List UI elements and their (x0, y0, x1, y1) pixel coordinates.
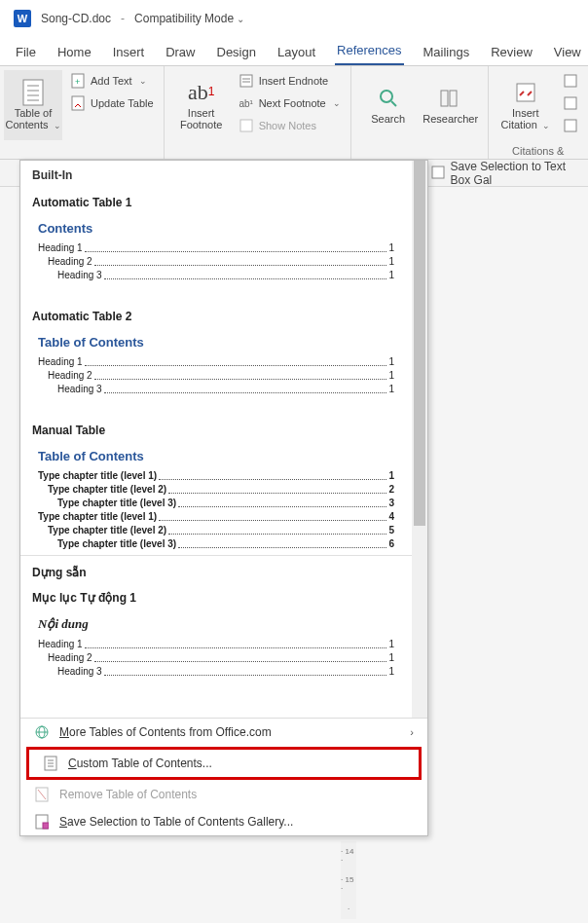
automatic-table-1-preview[interactable]: Contents Heading 11 Heading 21 Heading 3… (20, 217, 412, 300)
svg-rect-11 (240, 120, 252, 131)
next-footnote-icon: ab¹ (239, 95, 254, 111)
remove-icon (34, 787, 50, 802)
svg-line-13 (391, 101, 396, 106)
citation-icon (513, 80, 538, 105)
tab-review[interactable]: Review (489, 39, 534, 65)
style-icon (563, 95, 578, 111)
svg-rect-7 (72, 96, 84, 110)
mucluc-header[interactable]: Mục lục Tự động 1 (20, 587, 412, 612)
vertical-ruler: · 14 · · 15 · · (341, 841, 356, 919)
researcher-icon (438, 86, 463, 111)
custom-toc-item[interactable]: Custom Table of Contents... (29, 750, 419, 777)
compatibility-mode-label[interactable]: Compatibility Mode ⌄ (134, 12, 244, 25)
tab-mailings[interactable]: Mailings (422, 39, 472, 65)
search-icon (376, 86, 401, 111)
save-selection-gallery-item[interactable]: Save Selection to Table of Contents Gall… (20, 808, 427, 835)
document-filename: Song-CD.doc (41, 12, 111, 25)
tab-draw[interactable]: Draw (164, 39, 197, 65)
svg-rect-8 (240, 75, 252, 87)
svg-rect-18 (565, 97, 576, 109)
manual-table-preview[interactable]: Table of Contents Type chapter title (le… (20, 445, 412, 555)
bibliography-button[interactable] (561, 115, 580, 136)
show-notes-button: Show Notes (237, 115, 343, 136)
save-selection-textbox-label[interactable]: Save Selection to Text Box Gal (451, 160, 588, 187)
tab-file[interactable]: File (14, 39, 38, 65)
globe-icon (34, 724, 50, 740)
auto2-title: Table of Contents (38, 335, 394, 350)
toc-icon (20, 80, 46, 105)
svg-rect-31 (43, 823, 49, 829)
researcher-button[interactable]: Researcher (422, 70, 480, 140)
ribbon: Table of Contents ⌄ + Add Text⌄ Update T… (0, 66, 588, 160)
svg-point-12 (381, 91, 392, 102)
svg-rect-20 (432, 166, 444, 178)
sources-icon (563, 73, 578, 89)
page-icon (43, 756, 58, 771)
tab-home[interactable]: Home (55, 39, 93, 65)
gallery-scrollbar[interactable]: ▲ (412, 161, 427, 718)
insert-footnote-button[interactable]: ab1 Insert Footnote (172, 70, 231, 140)
search-button[interactable]: Search (359, 70, 418, 140)
save-selection-icon (431, 166, 445, 181)
save-gallery-icon (34, 814, 50, 830)
svg-rect-0 (23, 80, 43, 105)
tab-references[interactable]: References (335, 37, 403, 65)
footnote-icon: ab1 (189, 80, 214, 105)
mucluc-preview[interactable]: Nội dung Heading 11 Heading 21 Heading 3… (20, 612, 412, 696)
add-text-button[interactable]: + Add Text⌄ (68, 70, 156, 92)
remove-toc-item: Remove Table of Contents (20, 781, 427, 808)
automatic-table-2-header[interactable]: Automatic Table 2 (20, 300, 412, 331)
chevron-right-icon: › (410, 726, 414, 738)
more-toc-office-item[interactable]: More Tables of Contents from Office.com … (20, 719, 427, 746)
svg-rect-19 (565, 120, 576, 131)
automatic-table-2-preview[interactable]: Table of Contents Heading 11 Heading 21 … (20, 331, 412, 414)
tab-layout[interactable]: Layout (276, 39, 317, 65)
update-table-button[interactable]: Update Table (68, 92, 156, 114)
svg-rect-14 (441, 91, 448, 106)
main-menu-tabs: File Home Insert Draw Design Layout Refe… (0, 37, 588, 66)
table-of-contents-gallery: ▲ Built-In Automatic Table 1 Contents He… (19, 160, 428, 836)
insert-endnote-button[interactable]: Insert Endnote (237, 70, 343, 92)
show-notes-icon (239, 118, 254, 133)
noidung-title: Nội dung (38, 616, 394, 632)
svg-rect-15 (450, 91, 457, 106)
insert-citation-button[interactable]: Insert Citation ⌄ (496, 70, 555, 140)
dungsan-section-header: Dựng sẵn (20, 556, 412, 587)
svg-rect-17 (565, 75, 576, 87)
biblio-icon (563, 118, 578, 133)
manual-title: Table of Contents (38, 449, 394, 463)
table-of-contents-button[interactable]: Table of Contents ⌄ (4, 70, 62, 140)
manual-table-header[interactable]: Manual Table (20, 414, 412, 445)
title-separator: - (121, 12, 125, 25)
manage-sources-button[interactable] (561, 70, 580, 92)
style-dropdown[interactable] (561, 92, 580, 114)
svg-text:+: + (75, 77, 80, 87)
update-table-icon (70, 95, 86, 111)
scroll-thumb[interactable] (414, 161, 425, 526)
word-app-icon: W (14, 10, 31, 27)
tab-view[interactable]: View (552, 39, 583, 65)
tab-design[interactable]: Design (215, 39, 258, 65)
add-text-icon: + (70, 73, 86, 89)
title-bar: W Song-CD.doc - Compatibility Mode ⌄ (0, 0, 588, 37)
tab-insert[interactable]: Insert (111, 39, 147, 65)
automatic-table-1-header[interactable]: Automatic Table 1 (20, 186, 412, 217)
next-footnote-button[interactable]: ab¹ Next Footnote⌄ (237, 92, 343, 114)
toc-group-label (4, 155, 156, 157)
citations-group-label: Citations & (496, 143, 580, 157)
endnote-icon (239, 73, 254, 89)
builtin-section-header: Built-In (20, 161, 412, 186)
auto1-title: Contents (38, 221, 394, 236)
